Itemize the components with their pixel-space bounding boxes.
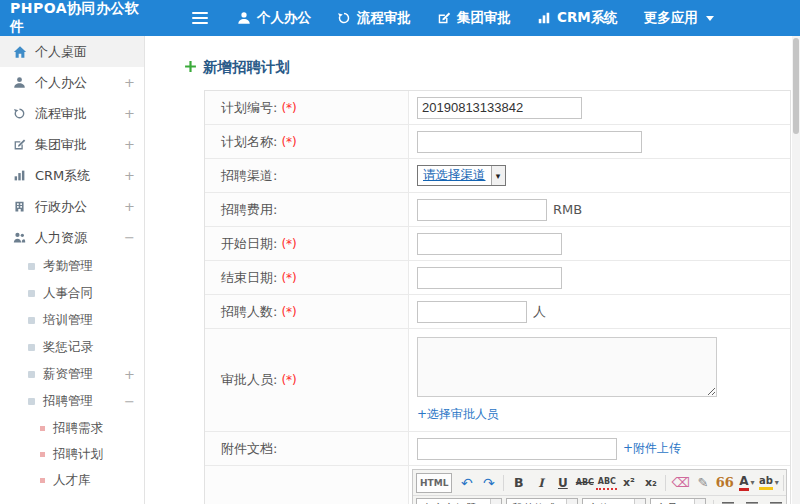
nav-more-apps[interactable]: 更多应用 [631, 0, 727, 36]
nav-label: 集团审批 [457, 9, 511, 27]
sidebar-item-salary[interactable]: 薪资管理 + [0, 361, 144, 388]
sidebar-item-talent-pool[interactable]: 人才库 [0, 467, 144, 493]
sidebar-item-label: 流程审批 [35, 105, 87, 123]
start-date-input[interactable] [417, 233, 562, 255]
nav-label: 更多应用 [644, 9, 698, 27]
bullet-icon [40, 426, 45, 431]
fee-input[interactable] [417, 199, 547, 221]
sidebar-item-label: 培训管理 [43, 312, 93, 329]
rich-text-editor: HTML ↶ ↷ B I U ABC ABC x² x₂ ⌫ ✎ [412, 469, 787, 504]
sidebar-item-group-approval[interactable]: 集团审批 + [0, 129, 144, 160]
nav-crm-system[interactable]: CRM系统 [524, 0, 631, 36]
sidebar-item-personal-office[interactable]: 个人办公 + [0, 67, 144, 98]
sidebar-item-hr[interactable]: 人力资源 − [0, 222, 144, 253]
nav-personal-office[interactable]: 个人办公 [224, 0, 324, 36]
form-row-headcount: 招聘人数: (*) 人 [205, 295, 790, 329]
sidebar-item-crm[interactable]: CRM系统 + [0, 160, 144, 191]
label-text: 结束日期: [221, 269, 277, 287]
label-text: 附件文档: [221, 440, 277, 458]
expand-toggle[interactable]: + [124, 75, 134, 90]
sidebar-item-recruit-demand[interactable]: 招聘需求 [0, 415, 144, 441]
toolbar-separator [783, 475, 784, 491]
superscript-button[interactable]: x² [618, 473, 639, 493]
nav-workflow-approval[interactable]: 流程审批 [324, 0, 424, 36]
sidebar-item-admin-office[interactable]: 行政办公 + [0, 191, 144, 222]
sidebar-item-recruit-plan[interactable]: 招聘计划 [0, 441, 144, 467]
sidebar-item-label: 招聘需求 [53, 420, 103, 437]
sidebar-item-label: 人才库 [53, 472, 91, 489]
building-icon [12, 200, 27, 213]
custom-heading-select[interactable]: 自定义标题 ▾ [416, 498, 502, 504]
bullet-icon [28, 317, 35, 324]
sidebar-item-label: 个人桌面 [35, 43, 87, 61]
form-row-fee: 招聘费用: RMB [205, 193, 790, 227]
sidebar-item-attendance[interactable]: 考勤管理 [0, 253, 144, 280]
italic-button[interactable]: I [530, 473, 551, 493]
scrollbar-thumb[interactable] [793, 38, 799, 134]
paragraph-format-select[interactable]: 段落格式 ▾ [506, 498, 578, 504]
sidebar-item-workflow-approval[interactable]: 流程审批 + [0, 98, 144, 129]
redo-button[interactable]: ↷ [478, 473, 499, 493]
expand-toggle[interactable]: + [124, 168, 134, 183]
expand-toggle[interactable]: − [124, 394, 134, 409]
font-color-button[interactable]: A ▾ [736, 473, 757, 493]
bold-button[interactable]: B [508, 473, 529, 493]
align-center-icon[interactable] [741, 498, 763, 504]
sidebar-item-label: 招聘计划 [53, 446, 103, 463]
align-right-icon[interactable] [764, 498, 786, 504]
end-date-input[interactable] [417, 267, 562, 289]
form-row-end-date: 结束日期: (*) [205, 261, 790, 295]
top-nav: 个人办公 流程审批 集团审批 CRM系统 更多应用 [224, 0, 727, 36]
sidebar-item-rewards[interactable]: 奖惩记录 [0, 334, 144, 361]
plus-icon [184, 60, 197, 76]
field-label: 招聘人数: (*) [205, 295, 409, 328]
channel-select[interactable]: 请选择渠道 ▾ [417, 165, 506, 186]
chevron-down-icon: ▾ [694, 499, 705, 504]
html-source-button[interactable]: HTML [416, 473, 452, 493]
required-mark: (*) [281, 305, 296, 319]
plan-no-input[interactable] [417, 97, 582, 119]
remove-format-button[interactable]: ⌫ [670, 473, 691, 493]
bullet-icon [28, 290, 35, 297]
nav-label: 个人办公 [257, 9, 311, 27]
expand-toggle[interactable]: + [124, 106, 134, 121]
nav-group-approval[interactable]: 集团审批 [424, 0, 524, 36]
sidebar-item-label: 人力资源 [35, 229, 87, 247]
sidebar-item-label: 考勤管理 [43, 258, 93, 275]
underline-button[interactable]: U [552, 473, 573, 493]
spellcheck-button[interactable]: ABC [596, 475, 617, 490]
sidebar-item-label: 个人办公 [35, 74, 87, 92]
strikethrough-button[interactable]: ABC [574, 473, 595, 493]
sidebar-item-desktop[interactable]: 个人桌面 [0, 36, 144, 67]
attachment-upload-link[interactable]: +附件上传 [623, 440, 681, 457]
expand-toggle[interactable]: − [124, 230, 134, 245]
blockquote-button[interactable]: 66 [714, 473, 735, 493]
expand-toggle[interactable]: + [124, 137, 134, 152]
attachment-input[interactable] [417, 438, 617, 460]
plan-name-input[interactable] [417, 131, 642, 153]
form-row-attachment: 附件文档: +附件上传 [205, 432, 790, 466]
align-left-icon[interactable] [718, 498, 740, 504]
select-approver-link[interactable]: +选择审批人员 [417, 406, 499, 423]
required-mark: (*) [281, 373, 296, 387]
subscript-button[interactable]: x₂ [640, 473, 661, 493]
nav-label: 流程审批 [357, 9, 411, 27]
menu-toggle-icon[interactable] [192, 12, 208, 24]
approver-textarea[interactable] [417, 337, 717, 397]
undo-button[interactable]: ↶ [456, 473, 477, 493]
headcount-input[interactable] [417, 301, 527, 323]
sidebar-item-recruitment[interactable]: 招聘管理 − [0, 388, 144, 415]
highlight-color-button[interactable]: ab ▾ [758, 473, 779, 493]
chart-icon [537, 11, 551, 25]
font-size-select[interactable]: 字号 ▾ [650, 498, 706, 504]
expand-toggle[interactable]: + [124, 199, 134, 214]
home-icon [12, 45, 27, 59]
expand-toggle[interactable]: + [124, 367, 134, 382]
vertical-scrollbar[interactable] [792, 36, 800, 504]
field-label: 计划编号: (*) [205, 91, 409, 124]
format-painter-button[interactable]: ✎ [692, 473, 713, 493]
sidebar-item-training[interactable]: 培训管理 [0, 307, 144, 334]
font-family-select[interactable]: 字体 ▾ [582, 498, 646, 504]
toolbar-separator [713, 500, 714, 504]
sidebar-item-hr-contract[interactable]: 人事合同 [0, 280, 144, 307]
